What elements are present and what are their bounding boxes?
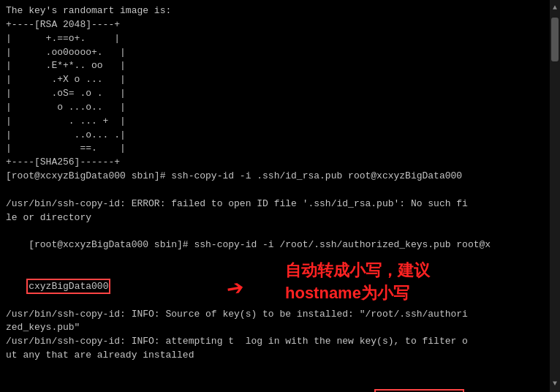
scroll-down-arrow[interactable]: ▼ <box>553 377 557 391</box>
line-17-text: [root@xcxyzBigData000 sbin]# ssh-copy-id… <box>29 239 491 250</box>
line-22-empty <box>6 363 544 377</box>
line-14-empty <box>6 184 544 197</box>
line-23: /usr/bin/ssh-copy-id: ERROR: ssh: Could … <box>6 377 544 392</box>
line-9: | . ... + | <box>6 115 544 129</box>
line-5: | .E*+*.. oo | <box>6 59 544 73</box>
line-12: +----[SHA256]------+ <box>6 156 544 170</box>
annotation-line2: hostname为小写 <box>285 282 430 305</box>
line-18: /usr/bin/ssh-copy-id: INFO: Source of ke… <box>6 308 544 322</box>
line-2: +----[RSA 2048]----+ <box>6 18 544 32</box>
line-17: [root@xcxyzBigData000 sbin]# ssh-copy-id… <box>6 225 544 267</box>
line-11: | ==. | <box>6 142 544 156</box>
scrollbar-thumb[interactable] <box>551 18 559 61</box>
terminal[interactable]: The key's randomart image is: +----[RSA … <box>0 0 550 392</box>
line-3: | +.==o+. | <box>6 32 544 46</box>
highlight-authorized-keys: cxyzBigData000 <box>29 281 108 292</box>
scrollbar[interactable]: ▲ ▼ <box>550 0 560 392</box>
line-1: The key's randomart image is: <box>6 4 544 18</box>
line-8: | o ...o.. | <box>6 101 544 115</box>
line-4: | .oo0oooo+. | <box>6 46 544 60</box>
scroll-up-arrow[interactable]: ▲ <box>553 1 557 15</box>
line-6: | .+X o ... | <box>6 73 544 87</box>
annotation-text: 自动转成小写，建议 hostname为小写 <box>285 260 430 305</box>
line-19: zed_keys.pub" <box>6 321 544 335</box>
line-15: /usr/bin/ssh-copy-id: ERROR: failed to o… <box>6 197 544 211</box>
line-13: [root@xcxyzBigData000 sbin]# ssh-copy-id… <box>6 170 544 184</box>
line-10: | ..o... .| <box>6 129 544 143</box>
line-7: | .oS= .o . | <box>6 87 544 101</box>
line-17b: cxyzBigData000 <box>6 266 544 308</box>
line-21: ut any that are already installed <box>6 349 544 363</box>
line-20: /usr/bin/ssh-copy-id: INFO: attempting t… <box>6 335 544 349</box>
annotation-line1: 自动转成小写，建议 <box>285 260 430 282</box>
line-16: le or directory <box>6 211 544 225</box>
